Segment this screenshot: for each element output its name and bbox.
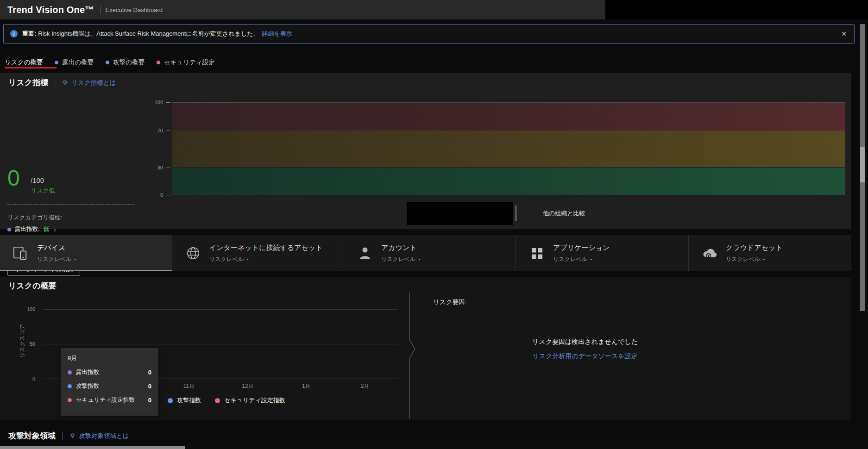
info-icon: i xyxy=(10,30,18,37)
chevron-right-icon: › xyxy=(54,226,56,233)
risk-factors-empty-state: リスク要因は検出されませんでした リスク分析用のデータソースを設定 xyxy=(445,338,725,361)
purple-dot-icon xyxy=(55,61,58,64)
gauge-band-high-risk xyxy=(172,102,845,131)
globe-icon xyxy=(184,246,202,260)
asset-tab-label: デバイス xyxy=(37,243,76,252)
flow-connector xyxy=(408,293,418,418)
header-divider xyxy=(100,5,101,14)
risk-score-status: リスク低 xyxy=(31,187,55,195)
gauge-tick-mark xyxy=(166,131,170,131)
tab-list: リスクの概要 露出の概要 攻撃の概要 セキュリティ設定 xyxy=(5,58,215,67)
banner-message: Risk Insights機能は、Attack Surface Risk Man… xyxy=(38,30,259,38)
tooltip-row-exposure: 露出指数 0 xyxy=(68,368,151,376)
tab-label: リスクの概要 xyxy=(5,58,43,67)
asset-tab-devices[interactable]: デバイス リスクレベル: - xyxy=(0,235,172,271)
category-row-exposure[interactable]: 露出指数: 低 › xyxy=(7,225,56,233)
gauge-tick-100: 100 xyxy=(139,100,163,105)
risk-overview-title: リスクの概要 xyxy=(8,281,57,291)
cloud-asset-icon xyxy=(701,247,718,260)
xtick-nov: 11月 xyxy=(183,382,195,390)
gauge-tick-70: 70 xyxy=(139,128,163,133)
tab-attack-overview[interactable]: 攻撃の概要 xyxy=(106,58,145,67)
vertical-scrollbar[interactable] xyxy=(860,24,865,311)
product-title: Executive Dashboard xyxy=(106,6,163,13)
gauge-tick-mark xyxy=(166,168,170,168)
asset-tab-risk-level: リスクレベル: - xyxy=(381,256,420,263)
ytick-50: 50 xyxy=(17,341,35,347)
xtick-feb: 2月 xyxy=(361,382,370,390)
legend-label: 攻撃指数 xyxy=(177,396,201,405)
tab-exposure-overview[interactable]: 露出の概要 xyxy=(55,58,94,67)
blue-dot-icon xyxy=(106,61,109,64)
purple-dot-icon xyxy=(7,228,11,231)
devices-icon xyxy=(12,246,30,260)
attack-surface-header: 攻撃対象領域 攻撃対象領域とは xyxy=(8,430,129,441)
dashed-separator xyxy=(7,204,134,205)
close-icon[interactable]: ✕ xyxy=(841,30,847,37)
gauge-tick-0: 0 xyxy=(139,192,163,198)
tab-label: セキュリティ設定 xyxy=(164,58,215,67)
tab-risk-overview[interactable]: リスクの概要 xyxy=(5,58,43,67)
gauge-band-low-risk xyxy=(172,168,845,195)
tooltip-row-config: セキュリティ設定指数 0 xyxy=(68,396,151,404)
gauge-tick-mark xyxy=(166,102,170,103)
asset-tab-internet-assets[interactable]: インターネットに接続するアセット リスクレベル: - xyxy=(172,235,344,271)
risk-index-help-link[interactable]: リスク指標とは xyxy=(62,79,116,87)
legend-config-index[interactable]: セキュリティ設定指数 xyxy=(215,396,285,405)
lightbulb-icon xyxy=(62,79,69,86)
title-divider xyxy=(62,432,63,440)
gridline-100 xyxy=(43,309,398,310)
pink-dot-icon xyxy=(68,398,72,402)
asset-tab-risk-level: リスクレベル: - xyxy=(553,256,610,263)
risk-index-panel: リスク指標 リスク指標とは 0 /100 リスク低 リスクカテゴリ指標: 露出指… xyxy=(0,73,851,229)
dashboard-tabbar: リスクの概要 露出の概要 攻撃の概要 セキュリティ設定 T Creditsの使用… xyxy=(0,44,868,69)
asset-tab-label: アカウント xyxy=(381,243,420,252)
horizontal-scrollbar-thumb[interactable] xyxy=(0,446,185,449)
help-link-label: 攻撃対象領域とは xyxy=(79,432,129,440)
apps-grid-icon xyxy=(528,247,546,260)
banner-details-link[interactable]: 詳細を表示 xyxy=(262,30,292,38)
asset-tab-cloud-assets[interactable]: クラウドアセット リスクレベル: - xyxy=(688,235,851,271)
help-link-label: リスク指標とは xyxy=(71,79,116,87)
tooltip-value: 0 xyxy=(148,369,151,376)
attack-surface-help-link[interactable]: 攻撃対象領域とは xyxy=(69,432,129,440)
compare-divider xyxy=(516,206,516,221)
asset-tab-applications[interactable]: アプリケーション リスクレベル: - xyxy=(516,235,688,271)
header-cropped-area xyxy=(605,0,868,19)
asset-tab-risk-level: リスクレベル: - xyxy=(209,256,323,263)
gridline-50 xyxy=(43,344,398,344)
tab-label: 露出の概要 xyxy=(62,58,94,67)
category-value: 低 xyxy=(43,225,49,233)
risk-score-value: 0 xyxy=(7,167,20,189)
app-header: Trend Vision One™ Executive Dashboard xyxy=(0,0,605,19)
tooltip-value: 0 xyxy=(148,383,151,390)
gauge-tick-30: 30 xyxy=(139,165,163,170)
tab-security-config[interactable]: セキュリティ設定 xyxy=(157,58,215,67)
banner-emphasis: 重要: xyxy=(22,30,36,38)
user-icon xyxy=(356,246,374,260)
xtick-dec: 12月 xyxy=(242,382,253,390)
brand-logo: Trend Vision One™ xyxy=(7,5,94,15)
vertical-scrollbar-thumb[interactable] xyxy=(860,147,865,182)
pink-dot-icon xyxy=(157,61,160,64)
risk-overview-panel: リスクの概要 リスクスコア 100 50 0 11月 12月 1月 2月 攻撃指… xyxy=(0,277,851,420)
configure-datasource-link[interactable]: リスク分析用のデータソースを設定 xyxy=(533,352,638,361)
empty-message: リスク要因は検出されませんでした xyxy=(445,338,725,346)
active-tab-underline xyxy=(5,67,57,69)
ytick-100: 100 xyxy=(17,306,35,312)
compare-organizations-link[interactable]: 他の組織と比較 xyxy=(543,209,585,218)
notification-banner: i 重要: Risk Insights機能は、Attack Surface Ri… xyxy=(3,24,855,44)
blue-dot-icon xyxy=(168,398,173,403)
tooltip-label: セキュリティ設定指数 xyxy=(76,396,144,404)
title-divider xyxy=(55,79,55,87)
legend-attack-index[interactable]: 攻撃指数 xyxy=(168,396,201,405)
legend-label: セキュリティ設定指数 xyxy=(224,396,285,405)
attack-surface-title: 攻撃対象領域 xyxy=(8,430,56,441)
gauge-band-medium-risk xyxy=(172,131,845,167)
asset-tab-label: アプリケーション xyxy=(553,243,610,252)
asset-tab-label: インターネットに接続するアセット xyxy=(209,243,323,252)
risk-factors-label: リスク要因: xyxy=(433,298,466,306)
asset-tab-accounts[interactable]: アカウント リスクレベル: - xyxy=(344,235,516,271)
risk-index-header: リスク指標 リスク指標とは xyxy=(8,77,116,88)
purple-dot-icon xyxy=(68,370,72,374)
